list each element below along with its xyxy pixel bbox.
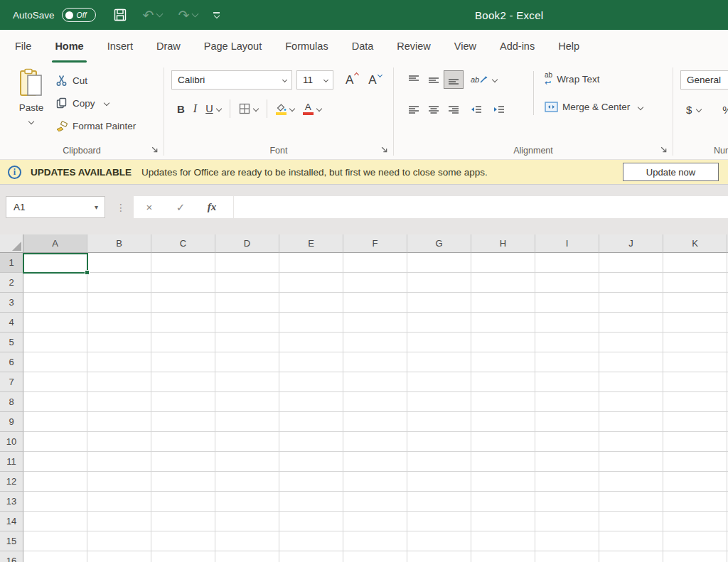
grid-cell-f12[interactable] bbox=[343, 472, 407, 492]
grid-cell-b9[interactable] bbox=[87, 412, 151, 432]
grid-cell-i10[interactable] bbox=[535, 432, 599, 452]
grid-cell-k13[interactable] bbox=[663, 492, 727, 512]
grid-cell-a14[interactable] bbox=[23, 512, 87, 531]
grid-cell-b7[interactable] bbox=[87, 372, 151, 392]
grid-cell-e5[interactable] bbox=[279, 333, 343, 352]
grid-cell-g14[interactable] bbox=[407, 512, 471, 531]
grid-cell-h14[interactable] bbox=[471, 512, 535, 531]
increase-font-size-button[interactable]: A bbox=[343, 73, 356, 87]
grid-cell-c10[interactable] bbox=[151, 432, 215, 452]
bold-button[interactable]: B bbox=[173, 99, 189, 119]
grid-cell-c12[interactable] bbox=[151, 472, 215, 492]
grid-cell-d2[interactable] bbox=[215, 273, 279, 293]
grid-cell-a11[interactable] bbox=[23, 452, 87, 472]
grid-cell-h13[interactable] bbox=[471, 492, 535, 512]
grid-cell-i8[interactable] bbox=[535, 392, 599, 412]
grid-cell-d16[interactable] bbox=[215, 551, 279, 562]
grid-cell-d8[interactable] bbox=[215, 392, 279, 412]
tab-home[interactable]: Home bbox=[46, 30, 92, 63]
grid-cell-a9[interactable] bbox=[23, 412, 87, 432]
row-header-1[interactable]: 1 bbox=[0, 253, 23, 273]
grid-cell-b13[interactable] bbox=[87, 492, 151, 512]
row-header-6[interactable]: 6 bbox=[0, 352, 23, 372]
grid-cell-k14[interactable] bbox=[663, 512, 727, 531]
autosave-toggle[interactable]: Off bbox=[62, 8, 96, 22]
grid-cell-d5[interactable] bbox=[215, 333, 279, 352]
middle-align-button[interactable] bbox=[424, 70, 444, 89]
grid-cell-k2[interactable] bbox=[663, 273, 727, 293]
tab-draw[interactable]: Draw bbox=[147, 30, 190, 63]
update-now-button[interactable]: Update now bbox=[623, 163, 719, 181]
grid-cell-e12[interactable] bbox=[279, 472, 343, 492]
grid-cell-b16[interactable] bbox=[87, 551, 151, 562]
grid-cell-g11[interactable] bbox=[407, 452, 471, 472]
grid-cell-a6[interactable] bbox=[23, 352, 87, 372]
grid-cell-i6[interactable] bbox=[535, 352, 599, 372]
grid-cell-h3[interactable] bbox=[471, 293, 535, 313]
grid-cell-i11[interactable] bbox=[535, 452, 599, 472]
orientation-button[interactable]: ab bbox=[471, 75, 497, 84]
redo-button[interactable]: ↷ bbox=[178, 9, 198, 22]
grid-cell-f7[interactable] bbox=[343, 372, 407, 392]
font-name-select[interactable]: Calibri bbox=[171, 70, 292, 90]
grid-cell-a8[interactable] bbox=[23, 392, 87, 412]
grid-cell-i15[interactable] bbox=[535, 531, 599, 551]
grid-cell-h16[interactable] bbox=[471, 551, 535, 562]
grid-cell-j15[interactable] bbox=[599, 531, 663, 551]
grid-cell-b11[interactable] bbox=[87, 452, 151, 472]
grid-cell-j14[interactable] bbox=[599, 512, 663, 531]
grid-cell-c15[interactable] bbox=[151, 531, 215, 551]
top-align-button[interactable] bbox=[404, 70, 424, 89]
paste-button[interactable]: Paste bbox=[11, 68, 51, 138]
grid-cell-b5[interactable] bbox=[87, 333, 151, 352]
grid-cell-a10[interactable] bbox=[23, 432, 87, 452]
grid-cell-g9[interactable] bbox=[407, 412, 471, 432]
accounting-format-button[interactable]: $ bbox=[682, 99, 705, 119]
tab-file[interactable]: File bbox=[6, 30, 41, 63]
row-header-7[interactable]: 7 bbox=[0, 372, 23, 392]
grid-cell-e15[interactable] bbox=[279, 531, 343, 551]
grid-cell-e4[interactable] bbox=[279, 313, 343, 333]
tab-data[interactable]: Data bbox=[343, 30, 383, 63]
grid-cell-c11[interactable] bbox=[151, 452, 215, 472]
grid-cell-i7[interactable] bbox=[535, 372, 599, 392]
grid-cell-h10[interactable] bbox=[471, 432, 535, 452]
grid-cell-e3[interactable] bbox=[279, 293, 343, 313]
grid-cell-f14[interactable] bbox=[343, 512, 407, 531]
fill-color-button[interactable] bbox=[272, 99, 299, 119]
grid-cell-g2[interactable] bbox=[407, 273, 471, 293]
grid-cell-e8[interactable] bbox=[279, 392, 343, 412]
grid-cell-i3[interactable] bbox=[535, 293, 599, 313]
grid-cell-j12[interactable] bbox=[599, 472, 663, 492]
grid-cell-a3[interactable] bbox=[23, 293, 87, 313]
grid-cell-k6[interactable] bbox=[663, 352, 727, 372]
grid-cell-k11[interactable] bbox=[663, 452, 727, 472]
tab-formulas[interactable]: Formulas bbox=[276, 30, 337, 63]
column-header-h[interactable]: H bbox=[471, 234, 535, 253]
row-header-8[interactable]: 8 bbox=[0, 392, 23, 412]
grid-cell-k5[interactable] bbox=[663, 333, 727, 352]
clipboard-dialog-launcher[interactable] bbox=[151, 145, 160, 154]
grid-cell-h4[interactable] bbox=[471, 313, 535, 333]
grid-cell-e6[interactable] bbox=[279, 352, 343, 372]
row-header-4[interactable]: 4 bbox=[0, 313, 23, 333]
customize-quick-access-toolbar-button[interactable] bbox=[213, 12, 220, 18]
grid-cell-d4[interactable] bbox=[215, 313, 279, 333]
grid-cell-a13[interactable] bbox=[23, 492, 87, 512]
grid-cell-e14[interactable] bbox=[279, 512, 343, 531]
grid-cell-k4[interactable] bbox=[663, 313, 727, 333]
save-button[interactable] bbox=[113, 8, 127, 22]
grid-cell-g10[interactable] bbox=[407, 432, 471, 452]
grid-cell-e2[interactable] bbox=[279, 273, 343, 293]
grid-cell-b10[interactable] bbox=[87, 432, 151, 452]
grid-cell-f15[interactable] bbox=[343, 531, 407, 551]
column-header-c[interactable]: C bbox=[151, 234, 215, 253]
grid-cell-b2[interactable] bbox=[87, 273, 151, 293]
row-header-14[interactable]: 14 bbox=[0, 512, 23, 531]
grid-cell-a5[interactable] bbox=[23, 333, 87, 352]
grid-cell-g12[interactable] bbox=[407, 472, 471, 492]
name-box[interactable]: A1 ▾ bbox=[6, 196, 105, 218]
grid-cell-j1[interactable] bbox=[599, 253, 663, 273]
grid-cell-a7[interactable] bbox=[23, 372, 87, 392]
grid-cell-k12[interactable] bbox=[663, 472, 727, 492]
